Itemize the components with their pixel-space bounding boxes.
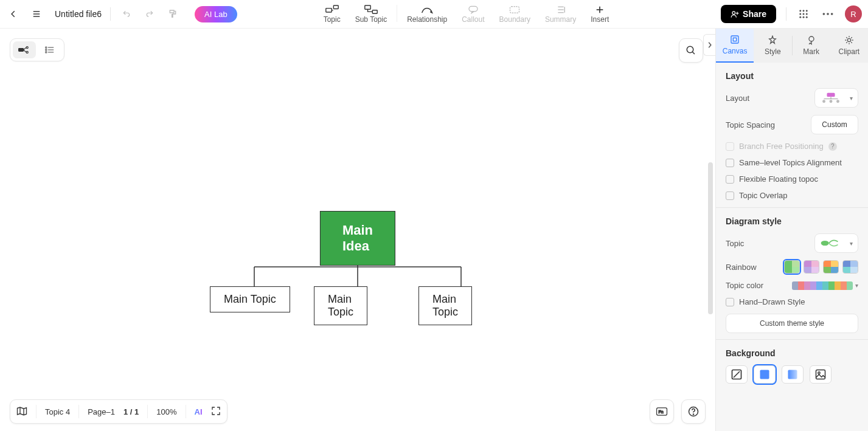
separator — [36, 405, 36, 418]
svg-point-17 — [799, 10, 801, 12]
svg-point-34 — [46, 47, 47, 48]
separator — [786, 7, 786, 21]
svg-point-55 — [822, 100, 825, 103]
more-icon[interactable] — [821, 7, 835, 21]
avatar[interactable]: R — [845, 5, 862, 22]
svg-line-30 — [23, 47, 26, 50]
fn-button[interactable]: Fn — [650, 399, 674, 424]
toolbar-callout: Callout — [454, 1, 491, 27]
toolbar-summary: Summary — [538, 1, 583, 27]
page-label[interactable]: Page–1 — [88, 407, 115, 416]
svg-rect-7 — [469, 6, 477, 11]
bg-solid[interactable] — [754, 365, 776, 384]
svg-rect-52 — [827, 93, 835, 97]
svg-point-33 — [26, 51, 28, 53]
undo-button[interactable] — [119, 7, 134, 21]
svg-point-64 — [818, 372, 820, 374]
toolbar-topic[interactable]: Topic — [316, 1, 348, 27]
svg-point-18 — [803, 10, 805, 12]
toolbar-insert[interactable]: Insert — [583, 1, 616, 27]
chevron-down-icon: ▾ — [850, 240, 853, 247]
child-topic[interactable]: Main Topic — [210, 286, 290, 312]
svg-point-27 — [827, 13, 829, 15]
svg-rect-8 — [510, 7, 519, 13]
canvas-workspace[interactable]: Main Idea Main Topic Main Topic Main Top… — [0, 29, 715, 431]
layout-select[interactable]: ▾ — [814, 88, 858, 108]
zoom-level[interactable]: 100% — [156, 407, 176, 416]
bg-image[interactable] — [810, 365, 832, 384]
vertical-scrollbar[interactable] — [708, 162, 713, 314]
menu-button[interactable] — [29, 7, 44, 21]
separator — [78, 405, 79, 418]
chevron-down-icon: ▾ — [850, 95, 853, 102]
section-title-layout: Layout — [726, 71, 858, 81]
bottom-right-controls: Fn — [650, 399, 706, 424]
svg-rect-62 — [788, 370, 797, 379]
root-topic[interactable]: Main Idea — [320, 211, 395, 266]
rainbow-option[interactable] — [804, 260, 819, 274]
checkbox-flexible-floating[interactable]: Flexible Floating topoc — [726, 174, 858, 184]
fullscreen-icon[interactable] — [211, 406, 221, 418]
separator — [397, 5, 397, 22]
child-topic[interactable]: Main Topic — [314, 286, 367, 325]
view-toggle — [10, 38, 64, 61]
topic-style-select[interactable]: ▾ — [814, 233, 858, 253]
share-button[interactable]: Share — [721, 5, 776, 23]
ai-lab-button[interactable]: AI Lab — [195, 6, 237, 22]
rainbow-options — [784, 260, 858, 274]
svg-point-20 — [799, 13, 801, 15]
right-panel: Canvas Style Mark Clipart Layout Layout … — [715, 29, 868, 431]
back-button[interactable] — [6, 7, 21, 21]
help-button[interactable] — [681, 399, 706, 424]
checkbox-topic-overlap[interactable]: Topic Overlap — [726, 191, 858, 200]
chevron-down-icon[interactable]: ▾ — [855, 282, 858, 289]
checkbox-branch-free: Branch Free Positioning ? — [726, 142, 858, 151]
svg-point-50 — [809, 36, 814, 41]
rainbow-option[interactable] — [784, 260, 800, 274]
panel-collapse-button[interactable] — [703, 34, 715, 56]
section-title-background: Background — [726, 348, 858, 358]
section-title-diagram: Diagram style — [726, 216, 858, 226]
page-number: 1 / 1 — [123, 407, 139, 416]
redo-button[interactable] — [142, 7, 157, 21]
toolbar-relationship[interactable]: Relationship — [400, 1, 454, 27]
file-title[interactable]: Untitled file6 — [55, 9, 102, 19]
svg-line-41 — [692, 52, 695, 54]
svg-rect-4 — [333, 5, 338, 9]
map-icon[interactable] — [16, 406, 27, 418]
separator — [110, 7, 111, 21]
svg-line-60 — [734, 371, 740, 378]
mindmap-view-button[interactable] — [13, 41, 36, 58]
info-icon[interactable]: ? — [828, 142, 837, 151]
toolbar-subtopic[interactable]: Sub Topic — [348, 1, 394, 27]
checkbox-same-level[interactable]: Same–level Topics Alignment — [726, 158, 858, 167]
top-toolbar: Untitled file6 AI Lab Topic Sub Topic Re… — [0, 0, 868, 29]
svg-point-14 — [732, 12, 735, 15]
separator — [716, 339, 868, 340]
outline-view-button[interactable] — [38, 41, 61, 58]
rainbow-option[interactable] — [842, 260, 858, 274]
spacing-select[interactable]: Custom — [811, 115, 858, 134]
svg-point-24 — [803, 16, 805, 18]
svg-rect-6 — [372, 10, 377, 14]
svg-rect-3 — [325, 9, 331, 12]
topic-color-strip[interactable] — [792, 281, 853, 290]
svg-point-36 — [46, 49, 47, 50]
bg-gradient[interactable] — [782, 365, 804, 384]
checkbox-hand-drawn[interactable]: Hand–Drawn Style — [726, 297, 858, 306]
tab-canvas[interactable]: Canvas — [716, 29, 754, 63]
tab-mark[interactable]: Mark — [793, 29, 830, 63]
tab-style[interactable]: Style — [754, 29, 791, 63]
apps-grid-icon[interactable] — [796, 7, 811, 21]
tab-clipart[interactable]: Clipart — [830, 29, 868, 63]
layout-label: Layout — [726, 94, 749, 103]
child-topic[interactable]: Main Topic — [418, 286, 472, 325]
bg-none[interactable] — [726, 365, 748, 384]
custom-theme-button[interactable]: Custom theme style — [726, 314, 858, 333]
rainbow-option[interactable] — [823, 260, 839, 274]
svg-point-32 — [26, 47, 28, 49]
format-painter-button[interactable] — [165, 7, 180, 21]
svg-text:Fn: Fn — [659, 410, 664, 414]
search-button[interactable] — [679, 38, 703, 63]
ai-button[interactable]: AI — [195, 407, 203, 416]
